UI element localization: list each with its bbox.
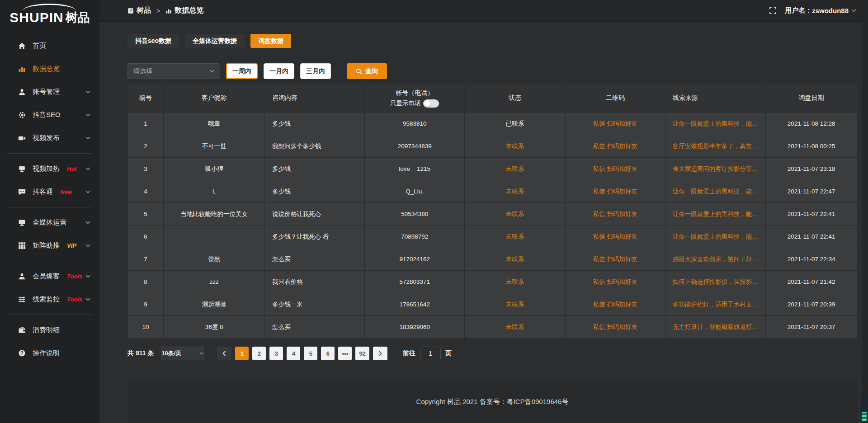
source-link[interactable]: 无主灯设计，智能磁吸轨道灯... <box>673 324 757 330</box>
sidebar-item-spend-details[interactable]: 消费明细 <box>0 319 99 342</box>
search-button[interactable]: 查询 <box>347 63 387 79</box>
cell-date: 2021-11-07 22:41 <box>766 203 857 226</box>
prev-page-button[interactable] <box>217 347 231 360</box>
qrcode-link[interactable]: 私信 扫码加好友 <box>593 188 637 195</box>
source-link[interactable]: 被大家追着问的客厅投影分享... <box>673 165 757 172</box>
cell-date: 2021-11-07 20:37 <box>766 316 857 338</box>
sidebar: SHUPIN 树品 首页 数据总览 账号管理 抖音SEO 视频发布 视频加热 H… <box>0 0 99 423</box>
tab-douyin-seo-data[interactable]: 抖音seo数据 <box>127 34 179 48</box>
cell-id: 1 <box>128 113 164 135</box>
page-button[interactable]: 3 <box>269 347 283 360</box>
sidebar-item-member-baoke[interactable]: 会员爆客 Tools <box>0 265 99 288</box>
cell-status: 未联系 <box>465 158 566 180</box>
source-link[interactable]: 如何正确选择投影仪，买投影... <box>673 278 757 285</box>
breadcrumb-separator: > <box>156 7 160 14</box>
cell-source: 让你一眼就爱上的黑科技，能... <box>665 113 766 135</box>
breadcrumb-root[interactable]: 树品 <box>137 6 151 15</box>
qrcode-link[interactable]: 私信 扫码加好友 <box>593 211 637 217</box>
table-row: 10 36度 8 怎么买 183929060 未联系 私信 扫码加好友 无主灯设… <box>128 316 857 338</box>
range-month-button[interactable]: 一月内 <box>264 63 294 79</box>
source-link[interactable]: 让你一眼就爱上的黑科技，能... <box>673 233 757 240</box>
cell-content: 怎么买 <box>265 248 365 271</box>
page-size-value: 10条/页 <box>161 349 181 357</box>
cell-status: 未联系 <box>465 271 566 293</box>
page-button[interactable]: 1 <box>235 347 249 360</box>
sidebar-item-help[interactable]: ? 操作说明 <box>0 342 99 365</box>
page-button[interactable]: 5 <box>304 347 317 360</box>
sidebar-item-douyin-seo[interactable]: 抖音SEO <box>0 103 99 127</box>
qrcode-link[interactable]: 私信 扫码加好友 <box>593 165 637 172</box>
qrcode-link[interactable]: 私信 扫码加好友 <box>593 143 637 150</box>
cell-status: 未联系 <box>465 135 566 158</box>
source-link[interactable]: 让你一眼就爱上的黑科技，能... <box>673 188 757 195</box>
sidebar-item-doketong[interactable]: 抖客通 New <box>0 180 99 203</box>
col-content: 咨询内容 <box>265 84 365 113</box>
scrollbar-track[interactable] <box>862 0 868 423</box>
cell-qrcode: 私信 扫码加好友 <box>565 135 665 158</box>
filter-select[interactable]: 请选择 <box>127 63 220 79</box>
select-placeholder: 请选择 <box>133 67 152 75</box>
status-badge: 未联系 <box>506 211 524 217</box>
chevron-left-icon <box>222 351 226 356</box>
status-badge: 未联系 <box>506 188 524 195</box>
qrcode-link[interactable]: 私信 扫码加好友 <box>593 324 637 330</box>
sidebar-item-account-management[interactable]: 账号管理 <box>0 80 99 103</box>
cell-source: 无主灯设计，智能磁吸轨道灯... <box>665 316 766 338</box>
chevron-down-icon <box>85 221 90 224</box>
status-badge: 已联系 <box>506 120 524 127</box>
source-link[interactable]: 让你一眼就爱上的黑科技，能... <box>673 120 757 127</box>
source-link[interactable]: 多功能护栏灯，适用于乡村文... <box>673 301 757 308</box>
user-menu[interactable]: 用户名： zswodun88 <box>785 6 856 15</box>
col-nickname: 客户昵称 <box>164 84 265 113</box>
qrcode-link[interactable]: 私信 扫码加好友 <box>593 301 637 308</box>
sidebar-item-video-heat[interactable]: 视频加热 Hot <box>0 157 99 180</box>
sidebar-item-home[interactable]: 首页 <box>0 34 99 57</box>
page-button[interactable]: 6 <box>321 347 335 360</box>
home-icon <box>18 42 26 50</box>
col-id: 编号 <box>128 84 164 113</box>
fullscreen-icon[interactable] <box>769 7 777 14</box>
source-link[interactable]: 感谢大家喜欢我家，被问了好... <box>673 256 757 263</box>
cell-id: 4 <box>128 180 164 203</box>
qrcode-link[interactable]: 私信 扫码加好友 <box>593 256 637 263</box>
status-badge: 未联系 <box>506 165 524 172</box>
logo-arc <box>23 4 76 11</box>
sidebar-item-allmedia-operation[interactable]: 全媒体运营 <box>0 211 99 234</box>
source-link[interactable]: 让你一眼就爱上的黑科技，能... <box>673 211 757 217</box>
breadcrumb: 树品 > 数据总览 <box>127 6 203 15</box>
cell-account: 2097344839 <box>365 135 465 158</box>
page-button[interactable]: ••• <box>338 347 352 360</box>
sidebar-item-lead-monitor[interactable]: 线索监控 Tools <box>0 288 99 311</box>
table-row: 5 当地比较能吃的一位美女 说说价格让我死心 50534380 未联系 私信 扫… <box>128 203 857 226</box>
range-quarter-button[interactable]: 三月内 <box>300 63 331 79</box>
page-button[interactable]: 4 <box>287 347 300 360</box>
question-circle-icon: ? <box>18 349 26 357</box>
page-size-select[interactable]: 10条/页 <box>161 347 204 360</box>
copyright-text: Copyright 树品 2021 备案号：粤ICP备09019646号 <box>416 398 569 406</box>
page-button[interactable]: 2 <box>252 347 266 360</box>
sidebar-item-video-publish[interactable]: 视频发布 <box>0 127 99 150</box>
col-source: 线索来源 <box>665 84 766 113</box>
table-row: 6 多少钱？让我死心 看 70898792 未联系 私信 扫码加好友 让你一眼就… <box>128 226 857 248</box>
sidebar-item-data-overview[interactable]: 数据总览 <box>0 57 99 80</box>
qrcode-link[interactable]: 私信 扫码加好友 <box>593 120 637 127</box>
goto-page: 前往 页 <box>403 347 452 360</box>
sidebar-item-matrix-boost[interactable]: 矩阵助推 VIP <box>0 234 99 257</box>
mini-monitor-widget <box>861 395 868 422</box>
tab-allmedia-data[interactable]: 全媒体运营数据 <box>185 34 245 48</box>
page-button[interactable]: 92 <box>355 347 369 360</box>
chevron-down-icon <box>85 298 90 301</box>
next-page-button[interactable] <box>373 347 387 360</box>
qrcode-link[interactable]: 私信 扫码加好友 <box>593 233 637 240</box>
toggle-knob <box>424 100 430 107</box>
goto-page-input[interactable] <box>420 347 441 360</box>
cell-status: 未联系 <box>465 203 566 226</box>
sidebar-divider <box>7 315 92 315</box>
tab-inquiry-data[interactable]: 询盘数据 <box>250 34 291 48</box>
user-icon <box>18 88 26 96</box>
status-badge: 未联系 <box>506 256 524 263</box>
source-link[interactable]: 客厅安装投影半年多了，真实... <box>673 143 757 150</box>
qrcode-link[interactable]: 私信 扫码加好友 <box>593 278 637 285</box>
phone-only-toggle[interactable] <box>423 99 439 108</box>
range-week-button[interactable]: 一周内 <box>226 63 258 79</box>
